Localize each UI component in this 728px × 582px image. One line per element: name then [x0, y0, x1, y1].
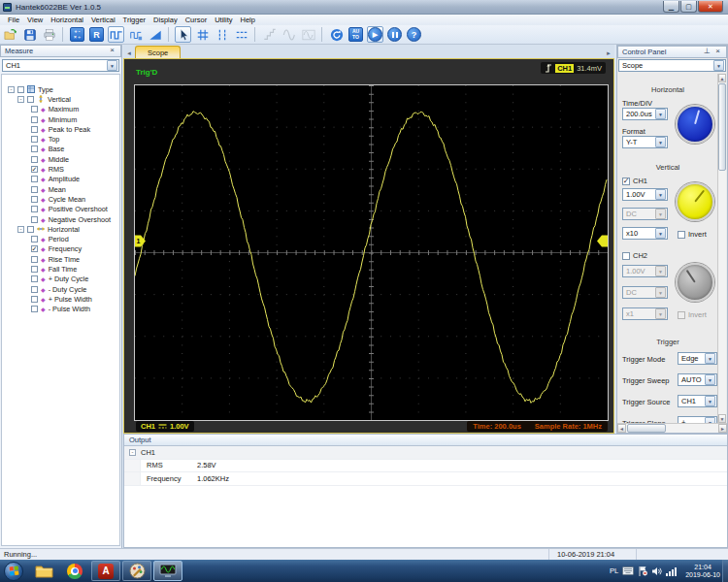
square-wave-button[interactable]	[108, 26, 124, 43]
tree-checkbox[interactable]: ✓	[31, 245, 38, 252]
measure-item--duty-cycle[interactable]: ◆- Duty Cycle	[2, 284, 119, 294]
tree-item-label[interactable]: - Duty Cycle	[49, 285, 87, 294]
taskbar-adobe-reader-icon[interactable]: A	[91, 561, 120, 581]
menu-file[interactable]: File	[4, 16, 23, 24]
autoset-button[interactable]: AU TO	[347, 26, 364, 43]
measure-close-icon[interactable]: ×	[108, 47, 116, 55]
tree-checkbox[interactable]	[31, 176, 38, 182]
tree-item-label[interactable]: Fall Time	[49, 265, 78, 274]
print-button[interactable]	[41, 26, 57, 43]
tree-item-label[interactable]: RMS	[49, 165, 64, 174]
tree-item-label[interactable]: Vertical	[48, 95, 71, 104]
math-button[interactable]: + - × ÷	[69, 26, 85, 43]
control-panel-close-icon[interactable]: ×	[713, 48, 722, 56]
measure-item-rms[interactable]: ✓◆RMS	[2, 164, 119, 174]
measure-item-mean[interactable]: ◆Mean	[2, 184, 119, 194]
measure-item-peak-to-peak[interactable]: ◆Peak to Peak	[2, 124, 119, 134]
tree-checkbox[interactable]	[31, 196, 38, 203]
tree-item-label[interactable]: Negative Overshoot	[49, 215, 112, 224]
tree-item-label[interactable]: Rise Time	[49, 255, 80, 264]
measure-item--pulse-width[interactable]: ◆- Pulse Width	[2, 305, 119, 314]
tree-checkbox[interactable]	[31, 146, 38, 152]
format-select[interactable]: Y-T▼	[622, 136, 668, 148]
scroll-down-icon[interactable]: ▼	[718, 414, 726, 423]
tree-checkbox[interactable]	[31, 296, 38, 303]
action-center-flag-icon[interactable]	[638, 566, 647, 576]
scrollbar-thumb[interactable]	[627, 424, 666, 433]
control-mode-select[interactable]: Scope ▼	[618, 59, 726, 72]
pointer-button[interactable]	[175, 26, 191, 43]
tab-scroll-left-icon[interactable]: ◄	[123, 50, 135, 58]
ch1-invert-checkbox[interactable]: Invert	[678, 230, 707, 239]
trigger-sweep-select[interactable]: AUTO▼	[678, 373, 717, 386]
tree-checkbox[interactable]	[31, 126, 38, 133]
tree-checkbox[interactable]	[31, 216, 38, 223]
tree-checkbox[interactable]	[31, 186, 38, 193]
open-button[interactable]	[2, 26, 18, 43]
tree-checkbox[interactable]	[31, 206, 38, 212]
tree-item-label[interactable]: - Pulse Width	[49, 305, 90, 313]
measure-item-negative-overshoot[interactable]: ◆Negative Overshoot	[2, 214, 119, 224]
start-button[interactable]	[4, 562, 23, 581]
measure-item-positive-overshoot[interactable]: ◆Positive Overshoot	[2, 205, 119, 214]
trigger-mode-select[interactable]: Edge▼	[678, 352, 717, 365]
menu-view[interactable]: View	[23, 16, 47, 24]
maximize-button[interactable]: ▢	[680, 1, 697, 13]
measure-item-rise-time[interactable]: ◆Rise Time	[2, 254, 119, 264]
taskbar-clock[interactable]: 21:04 2019-06-10	[681, 564, 720, 579]
measure-item-maximum[interactable]: ◆Maximum	[2, 105, 119, 114]
network-icon[interactable]	[666, 566, 678, 576]
ramp-button[interactable]	[147, 26, 163, 43]
ch1-enable-checkbox[interactable]: ✓CH1	[622, 177, 647, 185]
time-div-select[interactable]: 200.0us▼	[622, 108, 668, 120]
save-button[interactable]	[21, 26, 38, 43]
measure-item-minimum[interactable]: ◆Minimum	[2, 114, 119, 124]
tree-checkbox[interactable]	[31, 286, 38, 293]
help-button[interactable]: ?	[406, 26, 422, 43]
tree-checkbox[interactable]	[31, 236, 38, 242]
chevron-down-icon[interactable]: ▼	[713, 60, 724, 71]
tree-checkbox[interactable]	[31, 306, 38, 312]
refresh-button[interactable]	[328, 26, 345, 43]
ch1-knob[interactable]	[676, 182, 714, 221]
tab-scope[interactable]: Scope	[135, 46, 181, 58]
tree-item-label[interactable]: Positive Overshoot	[49, 205, 108, 213]
horizontal-knob[interactable]	[676, 105, 714, 144]
chevron-down-icon[interactable]: ▼	[107, 60, 117, 71]
tree-checkbox[interactable]	[31, 256, 38, 263]
horizontal-cursor-button[interactable]	[233, 26, 249, 43]
measure-item-middle[interactable]: ◆Middle	[2, 154, 119, 164]
menu-cursor[interactable]: Cursor	[182, 16, 212, 24]
speaker-icon[interactable]	[651, 566, 662, 576]
tree-expander-icon[interactable]: -	[17, 96, 24, 103]
control-panel-vertical-scrollbar[interactable]: ▲ ▼	[717, 74, 726, 423]
square-wave-alt-button[interactable]	[127, 26, 144, 43]
ch1-probe-select[interactable]: x10▼	[622, 227, 668, 240]
taskbar-chrome-icon[interactable]	[60, 561, 89, 581]
keyboard-icon[interactable]	[622, 566, 634, 575]
tree-checkbox[interactable]	[31, 266, 38, 273]
measure-item-base[interactable]: ◆Base	[2, 145, 119, 154]
tree-item-label[interactable]: + Duty Cycle	[49, 275, 89, 283]
tree-item-label[interactable]: Cycle Mean	[49, 195, 86, 204]
scroll-up-icon[interactable]: ▲	[718, 74, 726, 82]
language-indicator[interactable]: PL	[610, 566, 618, 575]
tree-item-label[interactable]: Minimum	[49, 115, 78, 124]
trigger-slope-select[interactable]: +▼	[678, 416, 717, 423]
tree-item-label[interactable]: + Pulse Width	[49, 295, 92, 304]
tree-item-label[interactable]: Mean	[49, 185, 66, 194]
ch2-enable-checkbox[interactable]: CH2	[622, 251, 647, 260]
measure-item--pulse-width[interactable]: ◆+ Pulse Width	[2, 294, 119, 304]
tree-item-label[interactable]: Horizontal	[48, 225, 80, 234]
tree-item-label[interactable]: Period	[49, 235, 69, 243]
tree-item-label[interactable]: Maximum	[49, 105, 80, 113]
tree-expander-icon[interactable]: -	[17, 226, 24, 233]
reference-button[interactable]: R	[88, 26, 105, 43]
tree-checkbox[interactable]	[31, 136, 38, 143]
measure-item-frequency[interactable]: ✓◆Frequency	[2, 244, 119, 254]
measure-channel-select[interactable]: CH1 ▼	[2, 59, 119, 72]
menu-help[interactable]: Help	[237, 16, 259, 24]
measure-item-top[interactable]: ◆Top	[2, 134, 119, 144]
vertical-cursor-button[interactable]	[214, 26, 230, 43]
measure-item-fall-time[interactable]: ◆Fall Time	[2, 264, 119, 274]
